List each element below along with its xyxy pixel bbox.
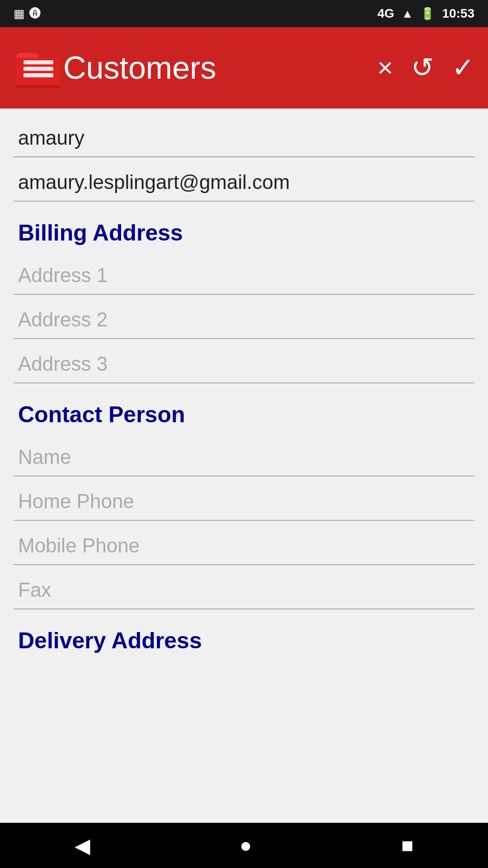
battery-icon: 🔋 xyxy=(420,7,435,21)
customer-email-field xyxy=(14,162,474,202)
svg-rect-4 xyxy=(23,73,53,77)
address2-input[interactable] xyxy=(14,299,474,339)
address1-input[interactable] xyxy=(14,255,474,295)
address2-field xyxy=(14,299,474,339)
home-phone-input[interactable] xyxy=(14,481,474,521)
signal-icon: ▲ xyxy=(402,7,413,21)
fax-input[interactable] xyxy=(14,570,474,609)
svg-rect-5 xyxy=(16,85,61,88)
back-nav-button[interactable]: ◀ xyxy=(75,834,90,858)
status-bar-right: 4G ▲ 🔋 10:53 xyxy=(377,6,474,21)
app-logo-icon xyxy=(14,43,63,93)
undo-button[interactable]: ↺ xyxy=(411,54,434,81)
page-title: Customers xyxy=(63,50,377,86)
fax-field xyxy=(14,570,474,609)
contact-name-input[interactable] xyxy=(14,437,474,476)
billing-address-title: Billing Address xyxy=(14,215,474,250)
address3-field xyxy=(14,344,474,383)
header-actions: × ↺ ✓ xyxy=(377,54,474,81)
status-bar-left: ▦ 🅐 xyxy=(14,7,41,21)
sim-card-icon: ▦ xyxy=(14,7,25,21)
navigation-bar: ◀ ● ■ xyxy=(0,823,488,868)
form-content: Billing Address Contact Person Delivery … xyxy=(0,108,488,823)
customer-email-input[interactable] xyxy=(14,162,474,202)
app-header: Customers × ↺ ✓ xyxy=(0,27,488,108)
customer-name-field xyxy=(14,118,474,157)
home-phone-field xyxy=(14,481,474,521)
svg-rect-3 xyxy=(23,67,53,71)
time-display: 10:53 xyxy=(442,6,474,21)
mobile-phone-input[interactable] xyxy=(14,525,474,565)
network-type: 4G xyxy=(377,6,394,21)
mobile-phone-field xyxy=(14,525,474,565)
svg-rect-2 xyxy=(23,61,53,65)
delivery-address-title: Delivery Address xyxy=(14,623,474,658)
contact-person-title: Contact Person xyxy=(14,397,474,432)
recent-nav-button[interactable]: ■ xyxy=(401,834,413,857)
home-nav-button[interactable]: ● xyxy=(239,834,252,857)
address3-input[interactable] xyxy=(14,344,474,383)
customer-name-input[interactable] xyxy=(14,118,474,157)
close-button[interactable]: × xyxy=(377,54,393,81)
text-icon: 🅐 xyxy=(29,7,41,21)
address1-field xyxy=(14,255,474,295)
status-bar: ▦ 🅐 4G ▲ 🔋 10:53 xyxy=(0,0,488,27)
confirm-button[interactable]: ✓ xyxy=(452,54,474,81)
contact-name-field xyxy=(14,437,474,476)
